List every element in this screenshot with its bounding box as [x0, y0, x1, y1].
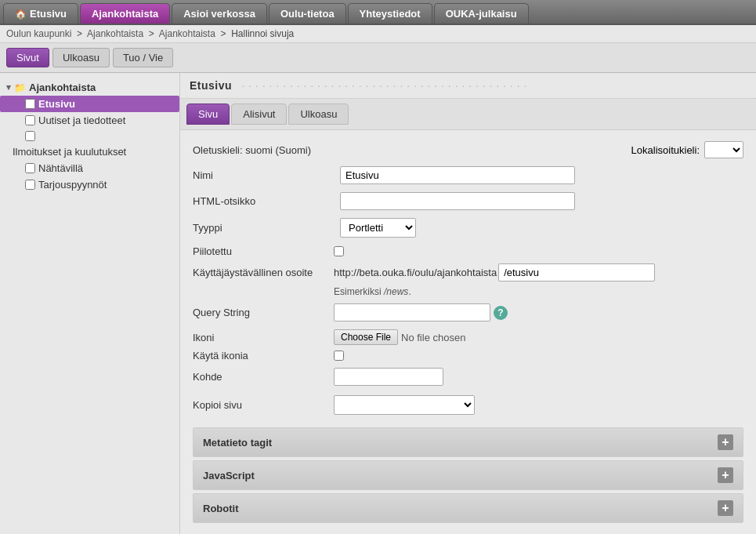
sub-tab-sivut-label: Sivut — [16, 52, 39, 64]
tab-yhteystiedot[interactable]: Yhteystiedot — [348, 3, 432, 24]
page-tab-alisivut-label: Alisivut — [243, 108, 275, 120]
sub-tab-tuovie[interactable]: Tuo / Vie — [113, 48, 173, 67]
sidebar-folder-root[interactable]: ▾ 📁 Ajankohtaista — [0, 79, 179, 96]
breadcrumb-link-1[interactable]: Oulun kaupunki — [6, 28, 71, 39]
kayta-ikonia-checkbox[interactable] — [334, 351, 344, 361]
page-tab-ulkoasu-label: Ulkoasu — [300, 108, 337, 120]
help-icon[interactable]: ? — [494, 306, 508, 320]
sub-tab-tuovie-label: Tuo / Vie — [123, 52, 163, 64]
sub-tabs-bar: Sivut Ulkoasu Tuo / Vie — [0, 43, 756, 73]
section-javascript: JavaScript + — [193, 460, 743, 490]
section-javascript-header[interactable]: JavaScript + — [194, 461, 743, 489]
default-language-label: Oletuskieli: — [193, 144, 243, 156]
sidebar-checkbox-tarjouspyynnot[interactable] — [25, 180, 35, 190]
tab-ouka[interactable]: OUKA-julkaisu — [434, 3, 529, 24]
tab-ouka-label: OUKA-julkaisu — [446, 8, 517, 20]
bottom-buttons: Tallenna Oikeudet Poista — [193, 526, 743, 534]
tab-oulu-label: Oulu-tietoa — [280, 8, 335, 20]
example-text: Esimerkiksi /news. — [334, 286, 743, 297]
url-path-input[interactable] — [498, 263, 655, 282]
ikoni-label: Ikoni — [193, 332, 334, 343]
sub-tab-ulkoasu[interactable]: Ulkoasu — [52, 48, 110, 67]
piilotettu-row: Piilotettu — [193, 245, 743, 257]
main-layout: ▾ 📁 Ajankohtaista Etusivu Uutiset ja tie… — [0, 73, 756, 534]
piilotettu-checkbox[interactable] — [334, 246, 344, 256]
tyyppi-label: Tyyppi — [193, 222, 334, 234]
page-tab-ulkoasu[interactable]: Ulkoasu — [288, 104, 349, 125]
tab-oulu[interactable]: Oulu-tietoa — [269, 3, 346, 24]
section-robotit: Robotit + — [193, 493, 743, 523]
tab-etusivu-label: Etusivu — [30, 8, 67, 20]
default-language-value: suomi (Suomi) — [245, 144, 311, 156]
breadcrumb: Oulun kaupunki > Ajankohtaista > Ajankoh… — [0, 25, 756, 43]
page-tab-alisivut[interactable]: Alisivut — [231, 104, 287, 125]
section-metatieto-header[interactable]: Metatieto tagit + — [194, 428, 743, 456]
sidebar-uutiset-label: Uutiset ja tiedotteet — [38, 114, 125, 126]
language-row: Oletuskieli: suomi (Suomi) Lokalisoituki… — [193, 140, 743, 160]
content-title-text: Etusivu — [190, 79, 232, 92]
sidebar-checkbox-nahtavilla[interactable] — [25, 163, 35, 173]
section-robotit-toggle[interactable]: + — [718, 500, 733, 516]
content-area: Etusivu · · · · · · · · · · · · · · · · … — [180, 73, 756, 534]
choose-file-button[interactable]: Choose File — [334, 329, 398, 345]
page-tab-sivu[interactable]: Sivu — [186, 104, 230, 125]
sidebar-item-etusivu[interactable]: Etusivu — [0, 96, 179, 112]
nimi-row: Nimi — [193, 166, 743, 184]
kayta-ikonia-row: Käytä ikonia — [193, 350, 743, 361]
content-title: Etusivu · · · · · · · · · · · · · · · · … — [180, 73, 756, 99]
page-tab-sivu-label: Sivu — [198, 108, 218, 120]
localization-label: Lokalisoitukieli: — [631, 144, 700, 156]
query-label: Query String — [193, 307, 334, 318]
sidebar-item-nahtavilla[interactable]: Nähtävillä — [0, 160, 179, 176]
section-robotit-label: Robotit — [203, 503, 238, 514]
sidebar-checkbox-empty[interactable] — [25, 131, 35, 141]
kopioi-label: Kopioi sivu — [193, 399, 334, 411]
kohde-input[interactable] — [334, 368, 443, 386]
form-area: Oletuskieli: suomi (Suomi) Lokalisoituki… — [180, 130, 756, 534]
default-language-text: Oletuskieli: suomi (Suomi) — [193, 144, 311, 156]
sidebar-checkbox-uutiset[interactable] — [25, 115, 35, 125]
tab-asioi[interactable]: Asioi verkossa — [172, 3, 267, 24]
url-label: Käyttäjäystävällinen osoite — [193, 267, 334, 278]
section-javascript-label: JavaScript — [203, 470, 255, 481]
home-icon: 🏠 — [15, 9, 27, 20]
kayta-ikonia-label: Käytä ikonia — [193, 350, 334, 361]
kohde-label: Kohde — [193, 371, 334, 383]
tab-ajankohtaista[interactable]: Ajankohtaista — [80, 3, 170, 24]
sub-tab-ulkoasu-label: Ulkoasu — [63, 52, 99, 64]
sidebar-ilmoitukset-label: Ilmoitukset ja kuulutukset — [13, 146, 126, 158]
tab-asioi-label: Asioi verkossa — [183, 8, 255, 20]
sidebar-etusivu-label: Etusivu — [38, 98, 75, 110]
html-otsikko-input[interactable] — [340, 192, 575, 210]
breadcrumb-current: Hallinnoi sivuja — [231, 28, 294, 39]
esimerkiksi-label: Esimerkiksi — [334, 286, 382, 297]
page-tabs: Sivu Alisivut Ulkoasu — [180, 99, 756, 130]
ikoni-row: Ikoni Choose File No file chosen — [193, 329, 743, 345]
section-javascript-toggle[interactable]: + — [718, 467, 733, 483]
file-name-text: No file chosen — [401, 332, 465, 343]
sidebar-item-uutiset[interactable]: Uutiset ja tiedotteet — [0, 112, 179, 129]
section-robotit-header[interactable]: Robotit + — [194, 494, 743, 522]
html-otsikko-label: HTML-otsikko — [193, 195, 334, 207]
breadcrumb-link-2[interactable]: Ajankohtaista — [87, 28, 143, 39]
query-input[interactable] — [334, 303, 490, 321]
sidebar-item-tarjouspyynnot[interactable]: Tarjouspyynnöt — [0, 176, 179, 193]
tyyppi-select[interactable]: Portletti URL Embedded — [340, 218, 416, 238]
locale-select[interactable] — [704, 141, 743, 158]
breadcrumb-link-3[interactable]: Ajankohtaista — [159, 28, 215, 39]
nimi-input[interactable] — [340, 166, 575, 184]
tab-etusivu[interactable]: 🏠 Etusivu — [3, 3, 78, 24]
sidebar-checkbox-etusivu[interactable] — [25, 99, 35, 109]
tab-yhteystiedot-label: Yhteystiedot — [360, 8, 421, 20]
sidebar-item-ilmoitukset[interactable]: Ilmoitukset ja kuulutukset — [0, 143, 179, 160]
piilotettu-label: Piilotettu — [193, 245, 334, 257]
kopioi-select[interactable] — [334, 395, 475, 415]
section-metatieto-toggle[interactable]: + — [718, 434, 733, 450]
folder-icon: 📁 — [14, 82, 26, 93]
nimi-label: Nimi — [193, 169, 334, 181]
sidebar-item-empty — [0, 129, 179, 143]
kohde-row: Kohde — [193, 368, 743, 386]
sub-tab-sivut[interactable]: Sivut — [6, 48, 49, 67]
top-navigation: 🏠 Etusivu Ajankohtaista Asioi verkossa O… — [0, 0, 756, 25]
tree-toggle-icon: ▾ — [6, 82, 11, 93]
